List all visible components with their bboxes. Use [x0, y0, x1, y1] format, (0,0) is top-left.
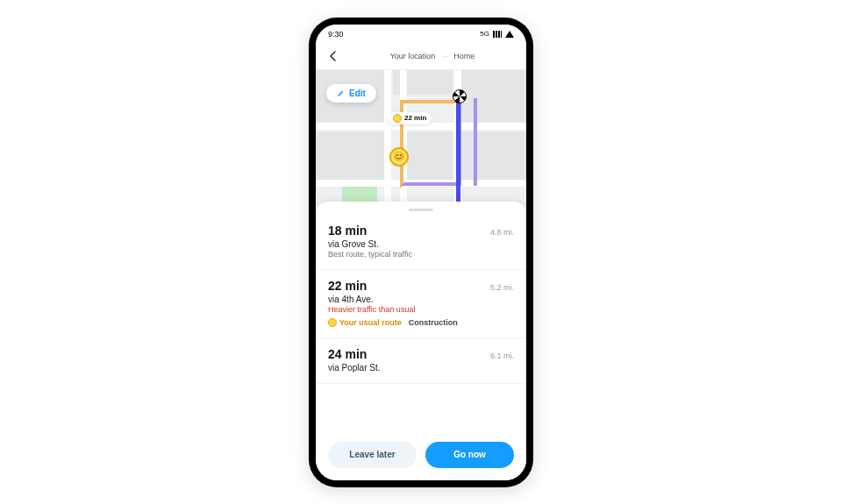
- usual-route-label: Your usual route: [339, 318, 402, 327]
- cellular-icon: [505, 31, 514, 38]
- usual-route-mini-icon: [393, 114, 402, 123]
- route-distance: 6.1 mi.: [490, 351, 514, 360]
- status-bar: 9:30 5G: [316, 25, 526, 44]
- route-warning: Heavier traffic than usual: [328, 305, 514, 314]
- breadcrumb-to: Home: [453, 52, 475, 60]
- edit-button-label: Edit: [349, 89, 366, 98]
- clock-text: 9:30: [328, 30, 344, 39]
- construction-pin-icon: 😊: [389, 147, 409, 167]
- route-via: via Grove St.: [328, 239, 514, 249]
- back-button[interactable]: [325, 48, 340, 64]
- signal-icon: [493, 31, 502, 38]
- route-duration: 24 min: [328, 347, 367, 361]
- destination-flag-icon: [453, 89, 467, 103]
- phone-frame: 9:30 5G Your location → Home: [309, 18, 533, 487]
- status-indicators: 5G: [480, 30, 514, 38]
- breadcrumb-from: Your location: [390, 52, 436, 60]
- route-list: 18 min 4.8 mi. via Grove St. Best route,…: [316, 215, 526, 433]
- map-canvas[interactable]: 😊 22 min Edit: [316, 70, 526, 210]
- arrow-right-icon: →: [440, 52, 448, 60]
- screen: 9:30 5G Your location → Home: [316, 25, 526, 480]
- routes-sheet: 18 min 4.8 mi. via Grove St. Best route,…: [316, 202, 526, 480]
- route-header: Your location → Home: [316, 44, 526, 70]
- chevron-left-icon: [329, 51, 336, 61]
- route-distance: 5.2 mi.: [490, 283, 514, 292]
- action-row: Leave later Go now: [316, 433, 526, 480]
- route-via: via Poplar St.: [328, 363, 514, 373]
- pencil-icon: [337, 89, 345, 97]
- usual-route-badge: Your usual route: [328, 318, 402, 327]
- breadcrumb[interactable]: Your location → Home: [347, 52, 517, 60]
- leave-later-button[interactable]: Leave later: [328, 442, 417, 468]
- route-option-3[interactable]: 24 min 6.1 mi. via Poplar St.: [316, 338, 526, 384]
- route-duration: 22 min: [328, 279, 367, 293]
- network-label: 5G: [480, 30, 489, 38]
- route-via: via 4th Ave.: [328, 295, 514, 304]
- route-option-2[interactable]: 22 min 5.2 mi. via 4th Ave. Heavier traf…: [316, 270, 526, 338]
- usual-route-icon: [328, 318, 337, 327]
- route-sub: Best route, typical traffic: [328, 250, 514, 259]
- sheet-drag-handle[interactable]: [409, 209, 433, 211]
- route-distance: 4.8 mi.: [490, 228, 514, 237]
- construction-badge: Construction: [409, 318, 458, 327]
- go-now-button[interactable]: Go now: [425, 442, 514, 468]
- edit-route-button[interactable]: Edit: [326, 84, 376, 103]
- route-duration: 18 min: [328, 224, 367, 238]
- alt-route-time-text: 22 min: [404, 114, 426, 122]
- alt-route-time-badge[interactable]: 22 min: [388, 112, 432, 124]
- route-option-1[interactable]: 18 min 4.8 mi. via Grove St. Best route,…: [316, 215, 526, 270]
